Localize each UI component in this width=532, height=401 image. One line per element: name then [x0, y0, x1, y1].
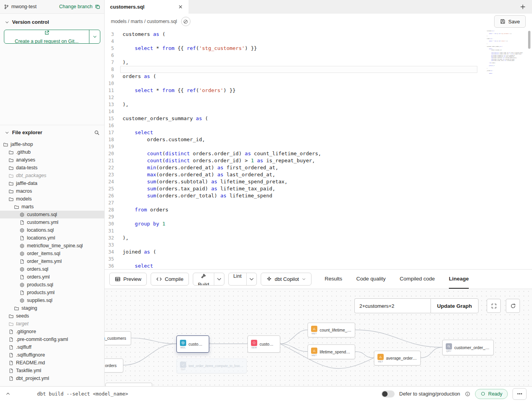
code-line-16[interactable]: 16: [105, 122, 532, 129]
update-graph-button[interactable]: Update Graph: [431, 298, 479, 313]
tab-results[interactable]: Results: [325, 270, 342, 289]
create-pr-dropdown-button[interactable]: [89, 30, 100, 43]
editor-scrollbar[interactable]: [528, 31, 530, 49]
tree-item-data-tests[interactable]: data-tests: [0, 164, 104, 172]
tree-item-customers.yml[interactable]: customers.yml: [0, 218, 104, 226]
file-explorer-header[interactable]: File explorer: [0, 125, 104, 140]
minimap[interactable]: customers as ( select * from {{ ref('stg…: [487, 30, 524, 74]
code-line-33[interactable]: 33: [105, 241, 532, 248]
code-line-31[interactable]: 31: [105, 227, 532, 234]
tree-item-jaffle-data[interactable]: jaffle-data: [0, 179, 104, 187]
tree-item-locations.yml[interactable]: locations.yml: [0, 234, 104, 242]
code-line-18[interactable]: 18 orders.customer_id,: [105, 136, 532, 143]
code-line-29[interactable]: 29: [105, 213, 532, 220]
save-button[interactable]: Save: [494, 15, 526, 28]
tree-item-staging[interactable]: staging: [0, 304, 104, 312]
lineage-node-lifetime_spend_pretax[interactable]: METlifetime_spend_pretax: [308, 344, 355, 359]
tree-item-jaffle-shop[interactable]: jaffle-shop: [0, 140, 104, 148]
tab-compiled-code[interactable]: Compiled code: [400, 270, 435, 289]
code-line-12[interactable]: 12: [105, 94, 532, 101]
code-line-9[interactable]: 9orders as (: [105, 73, 532, 80]
tree-item-seeds[interactable]: seeds: [0, 312, 104, 320]
code-line-8[interactable]: 8: [105, 66, 532, 73]
build-dropdown-button[interactable]: [214, 273, 224, 285]
lineage-node-count_lifetime_orders[interactable]: METcount_lifetime_orders: [308, 323, 355, 337]
code-line-17[interactable]: 17 select: [105, 129, 532, 136]
code-line-32[interactable]: 32),: [105, 234, 532, 241]
expand-panel-button[interactable]: [5, 391, 11, 396]
defer-toggle[interactable]: [381, 390, 395, 397]
tree-item-dbt_packages[interactable]: dbt_packages: [0, 172, 104, 179]
tree-item-metricflow_time_spine.sql[interactable]: metricflow_time_spine.sql: [0, 242, 104, 250]
code-line-4[interactable]: 4: [105, 38, 532, 45]
change-branch-link[interactable]: Change branch: [59, 4, 93, 9]
compile-button[interactable]: Compile: [151, 273, 189, 286]
lineage-node-average_order_value[interactable]: METaverage_order_value: [374, 351, 421, 366]
preview-button[interactable]: Preview: [109, 273, 147, 286]
code-line-7[interactable]: 7),: [105, 59, 532, 66]
code-line-28[interactable]: 28 from orders: [105, 206, 532, 213]
copilot-disabled-icon[interactable]: [181, 17, 190, 26]
tree-item-.gitignore[interactable]: .gitignore: [0, 328, 104, 335]
tree-item-analyses[interactable]: analyses: [0, 156, 104, 164]
code-line-35[interactable]: 35: [105, 256, 532, 263]
code-editor[interactable]: 3customers as (45 select * from {{ ref('…: [105, 29, 532, 269]
tree-item-customers.sql[interactable]: customers.sql: [0, 211, 104, 218]
code-line-36[interactable]: 36 select: [105, 263, 532, 269]
lineage-node-orders[interactable]: MDLorders: [105, 358, 123, 373]
fullscreen-button[interactable]: [487, 299, 501, 313]
tree-item-dbt_project.yml[interactable]: dbt_project.yml: [0, 374, 104, 382]
lineage-node-test_order_items_compute_to_bools...[interactable]: TSTtest_order_items_compute_to_bools...: [176, 358, 247, 373]
version-control-header[interactable]: Version control: [0, 14, 104, 29]
dbt-copilot-button[interactable]: dbt Copilot: [261, 273, 311, 286]
tree-item-.github[interactable]: .github: [0, 148, 104, 156]
refresh-button[interactable]: [506, 299, 520, 313]
search-icon[interactable]: [94, 130, 100, 135]
tree-item-orders.sql[interactable]: orders.sql: [0, 265, 104, 273]
tree-item-.pre-commit-config.yaml[interactable]: .pre-commit-config.yaml: [0, 335, 104, 343]
lineage-node-customers[interactable]: SEMcustomers: [247, 335, 280, 353]
tree-item-supplies.sql[interactable]: supplies.sql: [0, 296, 104, 304]
code-line-11[interactable]: 11 select * from {{ ref('orders') }}: [105, 87, 532, 94]
code-line-25[interactable]: 25 sum(orders.tax_paid) as lifetime_tax_…: [105, 185, 532, 192]
code-line-20[interactable]: 20 count(distinct orders.order_id) as co…: [105, 150, 532, 157]
tree-item-products.yml[interactable]: products.yml: [0, 289, 104, 296]
code-line-22[interactable]: 22 min(orders.ordered_at) as first_order…: [105, 164, 532, 171]
code-line-27[interactable]: 27: [105, 199, 532, 206]
lineage-node-stg_customers[interactable]: MDLstg_customers: [105, 331, 131, 345]
build-button[interactable]: Build: [193, 273, 214, 285]
tab-customers-sql[interactable]: customers.sql: [105, 0, 189, 14]
tree-item-locations.sql[interactable]: locations.sql: [0, 226, 104, 234]
code-line-24[interactable]: 24 sum(orders.subtotal) as lifetime_spen…: [105, 178, 532, 185]
lineage-selector-input[interactable]: [354, 298, 431, 313]
lineage-node-customer_order_metrics[interactable]: QRYcustomer_order_metrics: [442, 340, 494, 355]
tab-lineage[interactable]: Lineage: [449, 270, 469, 289]
tree-item-README.md[interactable]: README.md: [0, 359, 104, 367]
tree-item-.sqlfluffignore[interactable]: .sqlfluffignore: [0, 351, 104, 359]
lint-dropdown-button[interactable]: [246, 273, 256, 285]
tree-item-models[interactable]: models: [0, 195, 104, 203]
close-icon[interactable]: [178, 4, 183, 9]
tree-item-target[interactable]: target: [0, 320, 104, 328]
code-line-15[interactable]: 15customer_orders_summary as (: [105, 115, 532, 122]
new-tab-button[interactable]: [513, 0, 532, 14]
code-line-26[interactable]: 26 sum(orders.order_total) as lifetime_s…: [105, 192, 532, 199]
code-line-30[interactable]: 30 group by 1: [105, 220, 532, 227]
code-line-5[interactable]: 5 select * from {{ ref('stg_customers') …: [105, 45, 532, 52]
lint-button[interactable]: Lint: [229, 273, 246, 285]
tree-item-marts[interactable]: marts: [0, 203, 104, 211]
more-options-button[interactable]: [512, 388, 527, 400]
tree-item-.sqlfluff[interactable]: .sqlfluff: [0, 343, 104, 351]
tree-item-macros[interactable]: macros: [0, 187, 104, 195]
status-badge[interactable]: Ready: [475, 389, 508, 399]
create-pr-button[interactable]: Create a pull request on Git...: [4, 30, 89, 43]
lineage-node-customers[interactable]: MDLcustomers: [176, 335, 209, 353]
code-line-10[interactable]: 10: [105, 80, 532, 87]
copy-icon[interactable]: [95, 4, 100, 9]
code-line-19[interactable]: 19: [105, 143, 532, 150]
code-line-14[interactable]: 14: [105, 108, 532, 115]
tree-item-order_items.yml[interactable]: order_items.yml: [0, 257, 104, 265]
info-icon[interactable]: [465, 391, 470, 397]
code-line-34[interactable]: 34joined as (: [105, 248, 532, 256]
tree-item-Taskfile.yml[interactable]: Taskfile.yml: [0, 367, 104, 374]
